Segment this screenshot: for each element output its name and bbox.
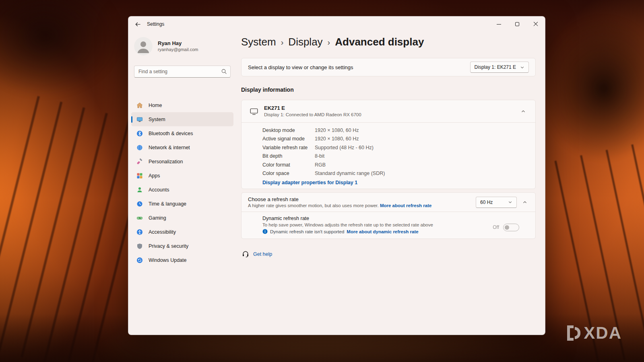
window-title: Settings [147,21,164,27]
sidebar-item-home[interactable]: Home [131,98,233,112]
toggle-knob [505,225,509,230]
collapse-button[interactable] [518,106,529,117]
more-about-refresh-rate-link[interactable]: More about refresh rate [380,203,431,208]
get-help-link[interactable]: Get help [242,251,272,258]
dynamic-refresh-rate-toggle[interactable] [503,224,519,231]
refresh-rate-card: Choose a refresh rate A higher rate give… [241,192,536,239]
sidebar-item-accounts[interactable]: Accounts [131,183,233,197]
display-info-row: Desktop mode 1920 × 1080, 60 Hz [262,126,529,135]
person-icon [136,187,143,193]
globe-icon [136,144,143,151]
help-headset-icon [242,251,249,258]
display-info-row: Active signal mode 1920 × 1080, 60 Hz [262,135,529,144]
sidebar: Ryan Hay ryanhay@gmail.com Home System [128,32,236,335]
settings-window: Settings Ryan Hay ryanhay@gmail.com [128,16,545,335]
breadcrumb-display[interactable]: Display [288,36,322,48]
display-select-dropdown[interactable]: Display 1: EK271 E [470,62,529,73]
search-box [134,66,231,78]
game-controller-icon [136,215,143,221]
display-info-row: Color space Standard dynamic range (SDR) [262,169,529,178]
sidebar-nav: Home System Bluetooth & devices Network … [131,98,233,267]
accessibility-person-icon [136,229,143,235]
xda-bracket-icon [575,327,580,339]
breadcrumb: System › Display › Advanced display [241,36,424,48]
dynamic-refresh-rate-title: Dynamic refresh rate [262,216,433,222]
toggle-state-label: Off [493,224,499,230]
user-name: Ryan Hay [158,40,198,47]
user-profile[interactable]: Ryan Hay ryanhay@gmail.com [134,36,231,57]
dynamic-refresh-rate-row: Dynamic refresh rate To help save power,… [242,212,535,239]
refresh-rate-dropdown[interactable]: 60 Hz [476,197,517,208]
breadcrumb-system[interactable]: System [241,36,276,48]
display-select-value: Display 1: EK271 E [475,64,516,70]
xda-bracket-icon [567,325,574,341]
more-about-dynamic-refresh-rate-link[interactable]: More about dynamic refresh rate [347,229,418,234]
info-icon [262,229,268,234]
dynamic-refresh-rate-toggle-group: Off [493,216,529,239]
refresh-rate-title: Choose a refresh rate [248,196,431,203]
sidebar-item-privacy-security[interactable]: Privacy & security [131,239,233,253]
xda-watermark-text: XDA [584,323,622,343]
chevron-down-icon [520,65,524,70]
dynamic-refresh-rate-note: Dynamic refresh rate isn't supported Mor… [262,229,433,234]
get-help-label: Get help [253,251,272,257]
sidebar-item-apps[interactable]: Apps [131,169,233,183]
bluetooth-icon [136,130,143,137]
select-display-label: Select a display to view or change its s… [248,64,353,70]
sidebar-item-personalization[interactable]: Personalization [131,154,233,169]
sidebar-item-time-language[interactable]: Time & language [131,197,233,211]
refresh-rate-description: A higher rate gives smoother motion, but… [248,203,431,208]
monitor-icon [250,107,258,116]
select-display-card: Select a display to view or change its s… [241,58,536,76]
wallpaper-silhouette [539,16,644,161]
refresh-rate-row: Choose a refresh rate A higher rate give… [242,193,535,212]
sidebar-item-system[interactable]: System [131,112,233,126]
shield-icon [136,243,143,249]
section-heading: Display information [241,86,294,93]
display-info-card: EK271 E Display 1: Connected to AMD Rade… [241,100,536,189]
display-info-rows: Desktop mode 1920 × 1080, 60 Hz Active s… [242,123,535,185]
search-input[interactable] [134,66,231,78]
search-icon [221,68,227,74]
chevron-up-icon [522,200,527,205]
avatar [134,37,153,56]
dynamic-refresh-rate-description: To help save power, Windows adjusts the … [262,222,433,228]
display-info-row: Bit depth 8-bit [262,152,529,161]
sidebar-item-windows-update[interactable]: Windows Update [131,253,233,267]
main-content: System › Display › Advanced display Sele… [241,16,536,335]
refresh-rate-value: 60 Hz [480,200,493,205]
update-arrows-icon [136,257,143,263]
sidebar-item-bluetooth-devices[interactable]: Bluetooth & devices [131,126,233,140]
paintbrush-icon [136,158,143,165]
sidebar-item-accessibility[interactable]: Accessibility [131,225,233,239]
breadcrumb-separator: › [328,37,330,47]
chevron-up-icon [521,109,526,114]
back-arrow-icon [135,21,141,27]
back-button[interactable] [132,19,144,30]
desktop-wallpaper: XDA Settings Ryan Hay [0,0,644,362]
display-info-row: Variable refresh rate Supported (48 Hz -… [262,143,529,152]
system-icon [136,116,143,123]
wallpaper-silhouette [0,0,121,97]
clock-icon [136,201,143,207]
sidebar-item-network-internet[interactable]: Network & internet [131,140,233,154]
breadcrumb-separator: › [281,37,284,47]
xda-watermark: XDA [567,323,622,343]
page-title: Advanced display [335,36,424,48]
sidebar-item-gaming[interactable]: Gaming [131,211,233,225]
display-name: EK271 E [264,105,361,111]
collapse-button[interactable] [519,197,530,208]
user-email: ryanhay@gmail.com [158,47,198,52]
display-subtitle: Display 1: Connected to AMD Radeon RX 67… [264,112,361,117]
display-info-header: EK271 E Display 1: Connected to AMD Rade… [242,100,535,123]
apps-grid-icon [136,173,143,179]
chevron-down-icon [508,200,512,204]
display-info-row: Color format RGB [262,160,529,169]
home-icon [136,102,143,109]
display-adapter-properties-link[interactable]: Display adapter properties for Display 1 [262,180,357,185]
